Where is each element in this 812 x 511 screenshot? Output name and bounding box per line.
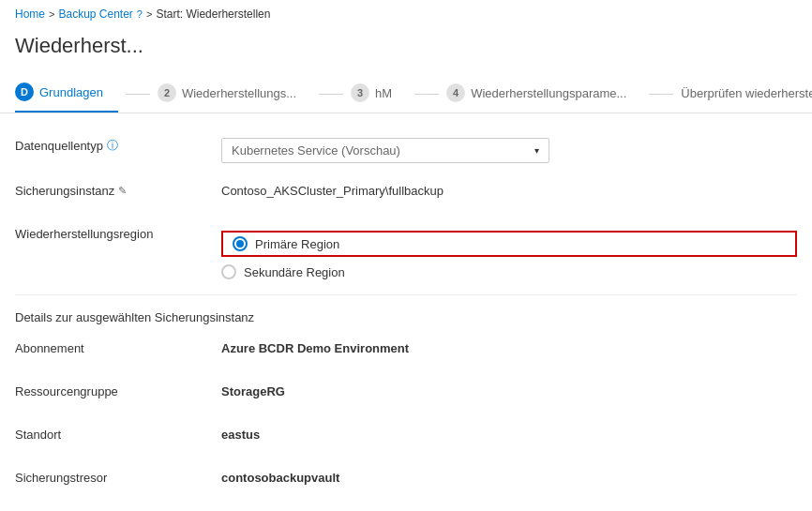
- backup-instance-value: Contoso_AKSCluster_Primary\fullbackup: [221, 178, 797, 198]
- edit-icon: ✎: [118, 185, 127, 197]
- datasource-dropdown[interactable]: Kubernetes Service (Vorschau) ▾: [221, 138, 549, 163]
- breadcrumb-sep2: >: [146, 8, 152, 20]
- chevron-down-icon: ▾: [534, 145, 539, 156]
- subscription-row: Abonnement Azure BCDR Demo Environment: [15, 336, 797, 364]
- subscription-value: Azure BCDR Demo Environment: [221, 336, 797, 355]
- tab-sep-1: ——: [126, 86, 150, 100]
- tab-wiederherstellungs[interactable]: 2 Wiederherstellungs...: [158, 74, 311, 112]
- tab-num-2: 2: [158, 83, 176, 102]
- restore-region-label: Wiederherstellungsregion: [15, 221, 221, 241]
- datasource-label: Datenquellentyp ⓘ: [15, 132, 221, 154]
- resource-group-value: StorageRG: [221, 379, 797, 398]
- details-section: Details zur ausgewählten Sicherungsinsta…: [0, 310, 812, 493]
- location-row: Standort eastus: [15, 422, 797, 450]
- breadcrumb: Home > Backup Center ? > Start: Wiederhe…: [0, 0, 812, 28]
- page-title: Wiederherst...: [0, 28, 812, 73]
- tab-grundlagen[interactable]: D Grundlagen: [15, 73, 118, 113]
- resource-group-row: Ressourcengruppe StorageRG: [15, 379, 797, 407]
- radio-dot: [236, 240, 244, 248]
- form-section: Datenquellentyp ⓘ Kubernetes Service (Vo…: [0, 132, 812, 279]
- datasource-value: Kubernetes Service (Vorschau) ▾: [221, 132, 797, 163]
- tab-hm[interactable]: 3 hM: [351, 74, 407, 112]
- tab-sep-3: ——: [414, 86, 439, 100]
- tab-label-grundlagen: Grundlagen: [39, 85, 103, 99]
- breadcrumb-backup-center[interactable]: Backup Center: [58, 8, 132, 21]
- datasource-dropdown-text: Kubernetes Service (Vorschau): [232, 143, 400, 158]
- tab-label-hm: hM: [375, 86, 392, 100]
- primary-region-label: Primäre Region: [255, 237, 339, 251]
- tab-label-wiederherstellungsparameter: Wiederherstellungsparame...: [471, 86, 626, 100]
- breadcrumb-home[interactable]: Home: [15, 8, 45, 21]
- secondary-region-item[interactable]: Sekundäre Region: [221, 264, 797, 279]
- tab-label-ueberpruefen: Überprüfen wiederherstellen: [681, 86, 812, 100]
- vault-row: Sicherungstresor contosobackupvault: [15, 465, 797, 493]
- primary-region-highlighted[interactable]: Primäre Region: [221, 231, 797, 257]
- tab-sep-2: ——: [319, 86, 343, 100]
- breadcrumb-sep1: >: [49, 8, 54, 20]
- backup-instance-label: Sicherungsinstanz ✎: [15, 178, 221, 198]
- primary-region-radio[interactable]: [233, 236, 248, 251]
- breadcrumb-question: ?: [137, 8, 143, 20]
- backup-instance-row: Sicherungsinstanz ✎ Contoso_AKSCluster_P…: [15, 178, 797, 206]
- restore-region-row: Wiederherstellungsregion Primäre Region …: [15, 221, 797, 279]
- subscription-label: Abonnement: [15, 336, 221, 355]
- section-divider: [15, 294, 797, 295]
- location-value: eastus: [221, 422, 797, 442]
- tab-wiederherstellungsparameter[interactable]: 4 Wiederherstellungsparame...: [446, 74, 641, 112]
- secondary-region-label: Sekundäre Region: [244, 265, 345, 279]
- datasource-row: Datenquellentyp ⓘ Kubernetes Service (Vo…: [15, 132, 797, 163]
- tab-ueberpruefen[interactable]: Überprüfen wiederherstellen: [681, 77, 812, 110]
- location-label: Standort: [15, 422, 221, 442]
- details-title: Details zur ausgewählten Sicherungsinsta…: [15, 310, 797, 324]
- radio-group-region: Primäre Region Sekundäre Region: [221, 227, 797, 279]
- tab-num-1: D: [15, 83, 34, 101]
- vault-value: contosobackupvault: [221, 465, 797, 485]
- breadcrumb-start: Start: Wiederherstellen: [156, 8, 270, 21]
- secondary-region-radio[interactable]: [221, 264, 236, 279]
- tab-num-4: 4: [446, 83, 465, 102]
- vault-label: Sicherungstresor: [15, 465, 221, 485]
- tab-sep-4: ——: [649, 86, 673, 100]
- tabs-container: D Grundlagen —— 2 Wiederherstellungs... …: [0, 73, 812, 113]
- tab-label-wiederherstellungs: Wiederherstellungs...: [182, 86, 296, 100]
- datasource-info-icon[interactable]: ⓘ: [107, 138, 118, 154]
- resource-group-label: Ressourcengruppe: [15, 379, 221, 398]
- restore-region-value: Primäre Region Sekundäre Region: [221, 221, 797, 279]
- tab-num-3: 3: [351, 83, 369, 102]
